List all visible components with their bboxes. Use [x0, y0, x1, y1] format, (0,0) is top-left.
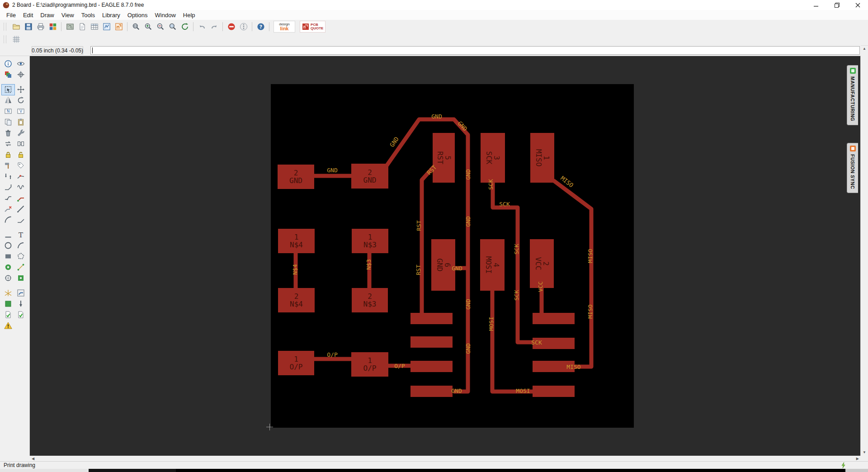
- pad[interactable]: [533, 313, 575, 324]
- line-icon[interactable]: [2, 230, 14, 240]
- zoom-select-icon[interactable]: [166, 21, 179, 33]
- text-icon[interactable]: T: [14, 230, 27, 240]
- menu-window[interactable]: Window: [151, 11, 179, 19]
- circle-icon[interactable]: [2, 241, 14, 251]
- copy-icon[interactable]: [2, 117, 14, 127]
- drc-ok-icon[interactable]: [14, 310, 27, 320]
- pad[interactable]: [410, 313, 453, 324]
- command-input[interactable]: [90, 46, 860, 55]
- stop-icon[interactable]: [225, 21, 237, 33]
- v-scrollbar[interactable]: ▲ ▼: [860, 45, 868, 456]
- undo-icon[interactable]: [196, 21, 208, 33]
- scroll-up-icon[interactable]: ▲: [863, 45, 866, 52]
- help-icon[interactable]: ?: [255, 21, 267, 33]
- delete-icon[interactable]: [2, 128, 14, 138]
- redo-icon[interactable]: [208, 21, 220, 33]
- menu-options[interactable]: Options: [124, 11, 151, 19]
- pad[interactable]: [410, 386, 453, 397]
- replace-icon[interactable]: [2, 139, 14, 149]
- ratsnest-icon[interactable]: [2, 288, 14, 298]
- go-icon[interactable]: [237, 21, 250, 33]
- arc-icon[interactable]: [14, 241, 27, 251]
- mirror-icon[interactable]: [2, 95, 14, 106]
- grid-icon[interactable]: [10, 33, 22, 45]
- display-icon[interactable]: [2, 70, 14, 80]
- pad[interactable]: [410, 361, 453, 372]
- meander-icon[interactable]: [14, 182, 27, 193]
- mark-icon[interactable]: [14, 70, 27, 80]
- manufacturing-tab[interactable]: MANUFACTURING: [847, 65, 858, 125]
- window-title: 2 Board - E:\ziadi\programming.brd - EAG…: [12, 2, 144, 8]
- pinswap-icon[interactable]: [2, 171, 14, 182]
- value-icon[interactable]: V: [14, 106, 27, 117]
- drill-icon[interactable]: [14, 299, 27, 309]
- hole-icon[interactable]: [2, 273, 14, 283]
- cam-icon[interactable]: [47, 21, 59, 33]
- via-icon[interactable]: [2, 262, 14, 273]
- table-icon[interactable]: [88, 21, 100, 33]
- miter-icon[interactable]: [2, 182, 14, 193]
- close-button[interactable]: [847, 0, 868, 10]
- scroll-left-icon[interactable]: ◀: [30, 457, 36, 461]
- attribute-icon[interactable]: [14, 160, 27, 171]
- autoroute-icon[interactable]: [14, 288, 27, 298]
- menu-draw[interactable]: Draw: [37, 11, 57, 19]
- menu-library[interactable]: Library: [99, 11, 124, 19]
- drc-icon[interactable]: [2, 299, 14, 309]
- group-icon[interactable]: [2, 85, 14, 95]
- lock-icon[interactable]: [2, 150, 14, 160]
- paste-icon[interactable]: [14, 117, 27, 127]
- fusion-sync-tab[interactable]: FUSION SYNC: [847, 143, 858, 193]
- pad[interactable]: [533, 386, 575, 397]
- signal-icon[interactable]: [14, 262, 27, 273]
- trace-GND[interactable]: [385, 119, 468, 392]
- scroll-right-icon[interactable]: ▶: [854, 457, 861, 461]
- taskbar-segment: [89, 469, 176, 472]
- save-icon[interactable]: [22, 21, 34, 33]
- menu-file[interactable]: File: [3, 11, 19, 19]
- name-icon[interactable]: N: [2, 106, 14, 117]
- polygon-icon[interactable]: [14, 251, 27, 262]
- show-icon[interactable]: [14, 59, 27, 69]
- erc-ok-icon[interactable]: [2, 310, 14, 320]
- pcb-quote-button[interactable]: PCB QUOTE: [300, 21, 326, 33]
- board-icon[interactable]: [64, 21, 76, 33]
- restore-button[interactable]: [826, 0, 847, 10]
- curve-icon[interactable]: [2, 215, 14, 225]
- open-icon[interactable]: [10, 21, 22, 33]
- gateswap-icon[interactable]: [14, 139, 27, 149]
- change-icon[interactable]: [14, 128, 27, 138]
- sch-icon[interactable]: [100, 21, 113, 33]
- menu-tools[interactable]: Tools: [78, 11, 99, 19]
- smash-icon[interactable]: [2, 160, 14, 171]
- pad-icon[interactable]: [14, 273, 27, 283]
- zoom-redraw-icon[interactable]: [179, 21, 191, 33]
- zoom-in-icon[interactable]: [142, 21, 154, 33]
- sheet-icon[interactable]: [76, 21, 88, 33]
- split-icon[interactable]: [14, 171, 27, 182]
- menu-view[interactable]: View: [58, 11, 78, 19]
- route-icon[interactable]: [14, 193, 27, 203]
- rect-icon[interactable]: [2, 251, 14, 262]
- h-scrollbar[interactable]: ◀ ▶: [30, 456, 861, 461]
- print-icon[interactable]: [34, 21, 47, 33]
- wire-icon[interactable]: [14, 204, 27, 214]
- minimize-button[interactable]: [806, 0, 826, 10]
- bend-icon[interactable]: [14, 215, 27, 225]
- menu-edit[interactable]: Edit: [19, 11, 37, 19]
- zoom-fit-icon[interactable]: [130, 21, 142, 33]
- zoom-out-icon[interactable]: [154, 21, 166, 33]
- pad[interactable]: [410, 336, 453, 348]
- warning-icon[interactable]: [2, 321, 14, 331]
- move-icon[interactable]: [14, 85, 27, 95]
- design-link-button[interactable]: design link: [274, 21, 295, 33]
- optimize-icon[interactable]: [2, 193, 14, 203]
- rotate-icon[interactable]: [14, 95, 27, 106]
- unlock-icon[interactable]: [14, 150, 27, 160]
- menu-help[interactable]: Help: [179, 11, 199, 19]
- info-icon[interactable]: [2, 59, 14, 69]
- brd-icon[interactable]: [113, 21, 125, 33]
- scroll-down-icon[interactable]: ▼: [863, 449, 866, 456]
- ripup-icon[interactable]: [2, 204, 14, 214]
- board-canvas[interactable]: 2GND2GND5RST3SCK1MISO1N$41N$36GND4MOSI2V…: [271, 84, 634, 428]
